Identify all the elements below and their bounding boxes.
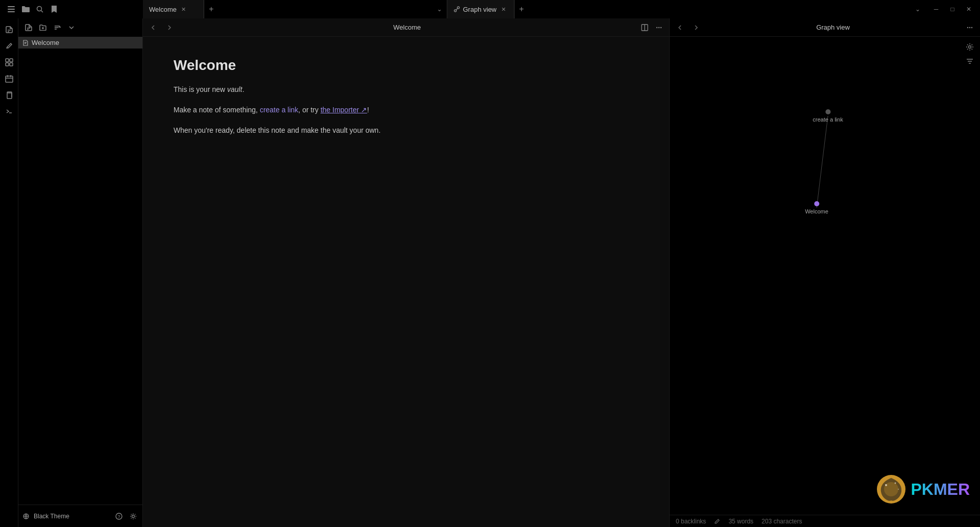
tab-list-icon[interactable]: ⌄ — [434, 4, 445, 14]
graph-label-welcome: Welcome — [805, 208, 828, 214]
search-icon[interactable] — [35, 4, 45, 14]
new-note-button[interactable] — [22, 21, 35, 34]
editor-pane-actions — [639, 21, 665, 34]
para2-middle: , or try — [298, 106, 321, 114]
importer-link-text: the Importer — [321, 106, 359, 114]
new-folder-button[interactable] — [37, 21, 49, 34]
graph-pane: Graph view create a link — [670, 18, 980, 527]
svg-point-36 — [656, 27, 657, 28]
editor-pane: Welcome Welcome — [143, 18, 670, 527]
graph-node-welcome[interactable]: Welcome — [805, 201, 828, 214]
new-tab-button-left[interactable]: + — [204, 2, 218, 16]
new-note-icon[interactable] — [2, 22, 16, 37]
graph-filter-icon[interactable] — [964, 55, 976, 67]
brush-icon[interactable] — [2, 39, 16, 53]
settings-icon[interactable] — [128, 511, 138, 521]
svg-point-39 — [967, 27, 968, 28]
right-tab-list-icon[interactable]: ⌄ — [913, 4, 923, 14]
tab-graph-label: Graph view — [463, 6, 497, 13]
terminal-icon[interactable] — [2, 104, 16, 118]
svg-text:?: ? — [117, 514, 120, 519]
svg-rect-12 — [6, 63, 9, 66]
para2-prefix: Make a note of something, — [174, 106, 260, 114]
svg-rect-2 — [8, 11, 15, 12]
words-label: 35 words — [728, 518, 753, 525]
graph-forward-button[interactable] — [690, 21, 702, 34]
file-list: Welcome — [18, 37, 142, 505]
svg-point-37 — [658, 27, 659, 28]
pencil-icon — [714, 518, 720, 524]
back-button[interactable] — [147, 21, 159, 34]
plugins-icon[interactable] — [2, 55, 16, 69]
editor-content: Welcome This is your new vault. Make a n… — [143, 37, 669, 527]
svg-point-33 — [132, 515, 135, 517]
graph-settings-icon[interactable] — [964, 41, 976, 53]
split-editor-icon[interactable] — [639, 21, 651, 34]
para1-italic: vault — [227, 85, 242, 93]
svg-point-51 — [884, 482, 898, 496]
svg-rect-10 — [6, 59, 9, 62]
backlinks-count: 0 backlinks — [676, 518, 706, 525]
editor-heading: Welcome — [174, 57, 639, 74]
svg-line-4 — [41, 11, 43, 13]
vault-icon — [22, 513, 30, 520]
para2-suffix: ! — [367, 106, 369, 114]
importer-link[interactable]: the Importer ↗ — [321, 106, 367, 114]
create-link-link[interactable]: create a link — [260, 106, 298, 114]
left-tabs: Welcome ✕ + ⌄ — [143, 0, 447, 18]
graph-node-create-link[interactable]: create a link — [813, 109, 843, 123]
copy-icon[interactable] — [2, 88, 16, 102]
graph-label-create-link: create a link — [813, 116, 843, 123]
sidebar-toggle-icon[interactable] — [6, 4, 16, 14]
para1-prefix: This is your new — [174, 85, 227, 93]
forward-button[interactable] — [163, 21, 176, 34]
svg-point-41 — [971, 27, 972, 28]
para1-suffix: . — [242, 85, 244, 93]
svg-line-42 — [817, 116, 828, 208]
right-tabs: Graph view ✕ + ⌄ — [447, 0, 925, 18]
calendar-icon[interactable] — [2, 71, 16, 86]
new-tab-button-right[interactable]: + — [514, 2, 529, 16]
file-panel-bottom: Black Theme ? — [18, 505, 142, 527]
pkmer-logo: PKMER — [876, 474, 970, 505]
sort-button[interactable] — [51, 21, 63, 34]
backlinks-label: 0 backlinks — [676, 518, 706, 525]
tab-welcome[interactable]: Welcome ✕ — [143, 0, 204, 18]
graph-back-button[interactable] — [674, 21, 686, 34]
tab-graph-close[interactable]: ✕ — [500, 5, 508, 13]
bookmark-icon[interactable] — [49, 4, 59, 14]
graph-pane-title: Graph view — [706, 23, 960, 31]
tab-graph-view[interactable]: Graph view ✕ — [448, 0, 514, 18]
folder-icon[interactable] — [20, 4, 31, 14]
more-options-icon[interactable] — [653, 21, 665, 34]
svg-point-43 — [969, 46, 971, 49]
collapse-button[interactable] — [65, 21, 78, 34]
title-bar-left — [0, 4, 143, 14]
svg-point-6 — [457, 7, 459, 9]
help-icon[interactable]: ? — [114, 511, 124, 521]
characters-label: 203 characters — [762, 518, 802, 525]
file-icon — [22, 40, 29, 46]
svg-rect-13 — [10, 63, 13, 66]
svg-line-7 — [456, 9, 458, 10]
word-count: 35 words — [728, 518, 753, 525]
minimize-button[interactable]: ─ — [929, 2, 943, 16]
tab-welcome-close[interactable]: ✕ — [180, 5, 188, 13]
svg-rect-11 — [10, 59, 13, 62]
graph-pane-actions — [964, 21, 976, 34]
sidebar-icons — [0, 18, 18, 527]
window-controls: ─ □ ✕ — [925, 2, 980, 16]
svg-point-38 — [660, 27, 662, 28]
close-button[interactable]: ✕ — [962, 2, 976, 16]
file-panel: Welcome Black Theme ? — [18, 18, 143, 527]
graph-more-options-icon[interactable] — [964, 21, 976, 34]
maximize-button[interactable]: □ — [945, 2, 960, 16]
svg-rect-18 — [7, 93, 12, 99]
file-item-welcome[interactable]: Welcome — [18, 37, 142, 49]
svg-point-3 — [37, 7, 42, 11]
title-bar: Welcome ✕ + ⌄ Graph view ✕ + ⌄ ─ □ ✕ — [0, 0, 980, 18]
graph-canvas[interactable]: create a link Welcome — [670, 37, 980, 515]
file-panel-toolbar — [18, 18, 142, 37]
graph-view-icon — [454, 6, 460, 12]
pkmer-text: PKMER — [911, 480, 970, 499]
